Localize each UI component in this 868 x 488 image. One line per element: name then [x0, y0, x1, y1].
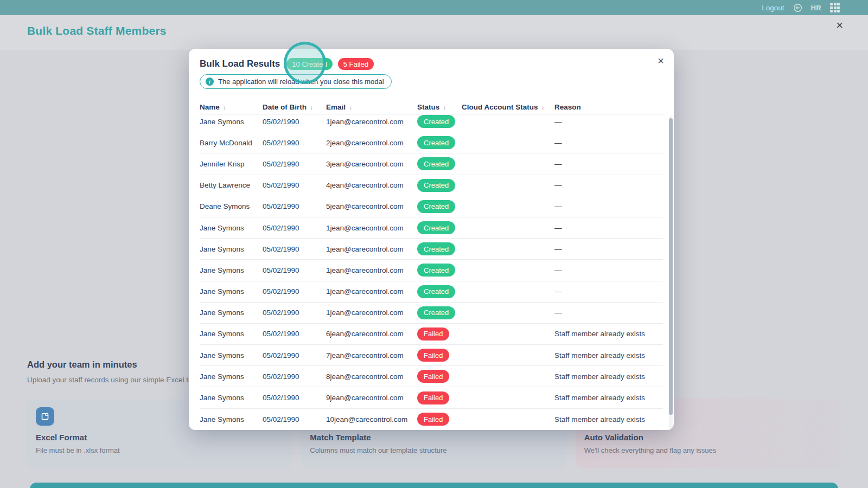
cell-status: Failed: [417, 349, 462, 362]
cell-reason: —: [554, 287, 663, 296]
column-label: Reason: [554, 103, 581, 111]
cell-reason: —: [554, 224, 663, 232]
cell-status: Created: [417, 200, 462, 213]
created-count-badge: 10 Created: [286, 58, 332, 70]
table-row: Jennifer Krisp 05/02/1990 3jean@carecont…: [200, 153, 663, 175]
sort-arrow-icon[interactable]: ↓: [443, 104, 446, 111]
cell-date-of-birth: 05/02/1990: [263, 181, 326, 189]
cell-reason: —: [554, 118, 663, 126]
cell-email: 1jean@carecontrol.com: [326, 118, 417, 126]
table-row: Jane Symons 05/02/1990 9jean@carecontrol…: [200, 387, 663, 408]
cell-name: Deane Symons: [200, 202, 263, 210]
cell-name: Jane Symons: [200, 373, 263, 381]
cell-reason: Staff member already exists: [554, 373, 663, 381]
sort-arrow-icon[interactable]: ↓: [223, 104, 226, 111]
sort-arrow-icon[interactable]: ↓: [541, 104, 545, 111]
cell-date-of-birth: 05/02/1990: [263, 266, 326, 274]
cell-date-of-birth: 05/02/1990: [263, 118, 326, 126]
cell-status: Failed: [417, 391, 462, 404]
cell-email: 1jean@carecontrol.com: [326, 224, 417, 232]
cell-status: Created: [417, 264, 462, 277]
cell-reason: —: [554, 266, 663, 274]
table-row: Betty Lawrence 05/02/1990 4jean@carecont…: [200, 175, 663, 196]
status-badge: Failed: [417, 370, 449, 383]
cell-name: Jane Symons: [200, 309, 263, 317]
top-navbar: Logout HR: [0, 0, 868, 15]
status-badge: Failed: [417, 328, 449, 341]
cell-status: Created: [417, 221, 462, 234]
modal-close-icon[interactable]: ×: [655, 53, 666, 68]
results-table-scroll-area[interactable]: Jane Symons 05/02/1990 1jean@carecontrol…: [200, 114, 663, 430]
column-header-status[interactable]: Status↓: [417, 103, 462, 111]
status-badge: Failed: [417, 391, 449, 404]
cell-name: Jennifer Krisp: [200, 160, 263, 168]
upload-action-bar[interactable]: [30, 483, 838, 488]
cell-reason: Staff member already exists: [554, 394, 663, 402]
cell-reason: —: [554, 181, 663, 189]
status-badge: Created: [417, 200, 455, 213]
cell-reason: —: [554, 160, 663, 168]
status-badge: Created: [417, 285, 455, 298]
cell-email: 9jean@carecontrol.com: [326, 394, 417, 402]
cell-name: Jane Symons: [200, 224, 263, 232]
cell-date-of-birth: 05/02/1990: [263, 245, 326, 253]
table-row: Barry McDonald 05/02/1990 2jean@carecont…: [200, 132, 663, 153]
cell-reason: Staff member already exists: [554, 351, 663, 359]
column-header-name[interactable]: Name↓: [200, 103, 263, 111]
modal-header: Bulk Load Results 10 Created 5 Failed: [200, 56, 374, 72]
section-heading: Add your team in minutes: [27, 359, 137, 370]
section-subtitle: Upload your staff records using our simp…: [27, 376, 199, 384]
cell-name: Barry McDonald: [200, 139, 263, 147]
cell-name: Jane Symons: [200, 394, 263, 402]
logout-button[interactable]: Logout: [762, 4, 784, 12]
cell-status: Created: [417, 306, 462, 319]
failed-count-badge: 5 Failed: [338, 58, 374, 70]
table-row: Jane Symons 05/02/1990 1jean@carecontrol…: [200, 114, 663, 132]
page-header: Bulk Load Staff Members ×: [0, 15, 868, 50]
column-header-email[interactable]: Email↓: [326, 103, 417, 111]
cell-date-of-birth: 05/02/1990: [263, 330, 326, 338]
card-title: Match Template: [310, 433, 558, 442]
column-label: Cloud Account Status: [462, 103, 538, 111]
status-badge: Created: [417, 157, 455, 170]
cell-email: 1jean@carecontrol.com: [326, 287, 417, 296]
app-grid-icon[interactable]: [830, 3, 840, 12]
table-row: Jane Symons 05/02/1990 6jean@carecontrol…: [200, 324, 663, 345]
cell-name: Jane Symons: [200, 266, 263, 274]
cell-date-of-birth: 05/02/1990: [263, 351, 326, 359]
cell-date-of-birth: 05/02/1990: [263, 415, 326, 423]
cell-email: 7jean@carecontrol.com: [326, 351, 417, 359]
page-title: Bulk Load Staff Members: [27, 24, 167, 37]
cell-status: Created: [417, 242, 462, 255]
card-desc: Columns must match our template structur…: [310, 446, 558, 454]
status-badge: Created: [417, 115, 455, 128]
info-icon: i: [206, 78, 214, 86]
cell-email: 10jean@carecontrol.com: [326, 415, 417, 423]
table-row: Jane Symons 05/02/1990 7jean@carecontrol…: [200, 345, 663, 366]
cell-status: Created: [417, 285, 462, 298]
results-table-header: Name↓Date of Birth↓Email↓Status↓Cloud Ac…: [200, 100, 663, 114]
results-table-body: Jane Symons 05/02/1990 1jean@carecontrol…: [200, 114, 663, 430]
sort-arrow-icon[interactable]: ↓: [310, 104, 313, 111]
column-header-cloud-account-status[interactable]: Cloud Account Status↓: [462, 103, 554, 111]
modal-scrollbar-thumb[interactable]: [669, 118, 673, 415]
logout-icon[interactable]: [793, 3, 802, 12]
cell-date-of-birth: 05/02/1990: [263, 394, 326, 402]
cell-status: Created: [417, 136, 462, 149]
cell-reason: Staff member already exists: [554, 415, 663, 423]
sort-arrow-icon[interactable]: ↓: [349, 104, 352, 111]
cell-reason: —: [554, 202, 663, 210]
cell-status: Created: [417, 179, 462, 192]
cell-email: 1jean@carecontrol.com: [326, 266, 417, 274]
cell-reason: —: [554, 139, 663, 147]
cell-reason: —: [554, 245, 663, 253]
cell-email: 1jean@carecontrol.com: [326, 309, 417, 317]
page-close-icon[interactable]: ×: [836, 20, 843, 31]
file-icon: [36, 407, 54, 426]
table-row: Deane Symons 05/02/1990 5jean@carecontro…: [200, 196, 663, 217]
column-header-date-of-birth[interactable]: Date of Birth↓: [263, 103, 326, 111]
status-badge: Created: [417, 136, 455, 149]
cell-reason: —: [554, 309, 663, 317]
table-row: Jane Symons 05/02/1990 1jean@carecontrol…: [200, 217, 663, 239]
user-initials: HR: [811, 4, 821, 12]
